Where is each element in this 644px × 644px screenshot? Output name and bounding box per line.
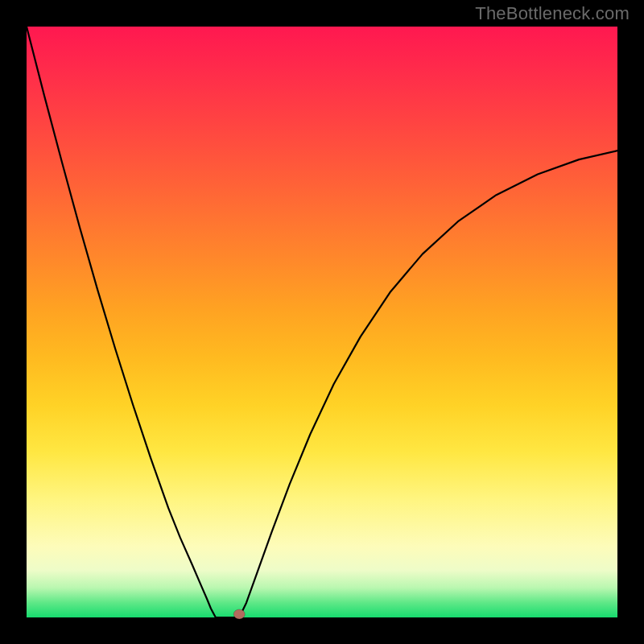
optimal-point-marker [233, 609, 245, 619]
chart-frame: TheBottleneck.com [0, 0, 644, 644]
bottleneck-curve [27, 27, 617, 617]
watermark-label: TheBottleneck.com [475, 3, 630, 24]
plot-area [27, 27, 617, 617]
chart-svg [27, 27, 617, 617]
